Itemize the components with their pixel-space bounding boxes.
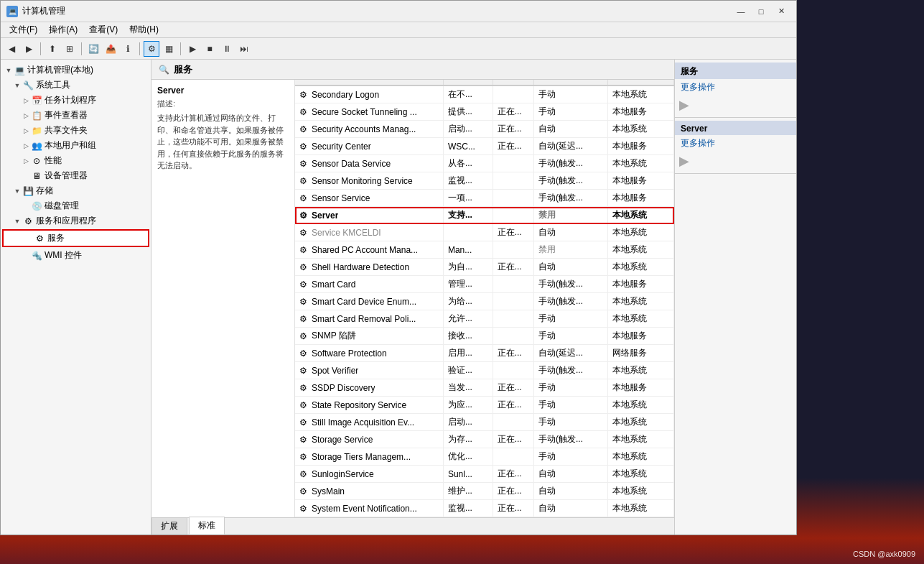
toolbar-restart[interactable]: ⏭ xyxy=(236,41,252,57)
table-row[interactable]: ⚙Server支持...禁用本地系统 xyxy=(295,207,674,224)
service-name-cell: ⚙State Repository Service xyxy=(295,397,443,414)
service-status-cell: 正在... xyxy=(493,259,533,276)
service-gear-icon: ⚙ xyxy=(299,90,309,100)
toolbar-console[interactable]: ▦ xyxy=(161,41,177,57)
table-row[interactable]: ⚙Secondary Logon在不...手动本地系统 xyxy=(295,85,674,103)
table-row[interactable]: ⚙System Event Notification...监视...正在...自… xyxy=(295,500,674,517)
table-row[interactable]: ⚙SSDP Discovery当发...正在...手动本地服务 xyxy=(295,379,674,397)
toolbar-export[interactable]: 📤 xyxy=(103,41,118,57)
sidebar-root-label: 计算机管理(本地) xyxy=(27,64,93,76)
table-row[interactable]: ⚙Smart Card Removal Poli...允许...手动本地系统 xyxy=(295,310,674,328)
menu-help[interactable]: 帮助(H) xyxy=(123,22,164,37)
service-desc-cell: Sunl... xyxy=(443,466,493,483)
table-row[interactable]: ⚙Security Accounts Manag...启动...正在...自动本… xyxy=(295,121,674,138)
service-desc-cell: 当发... xyxy=(443,379,493,397)
table-row[interactable]: ⚙Storage Service为存...正在...手动(触发...本地系统 xyxy=(295,431,674,448)
service-gear-icon: ⚙ xyxy=(299,348,309,359)
menu-file[interactable]: 文件(F) xyxy=(4,22,43,37)
col-desc[interactable]: 描述 xyxy=(443,80,493,85)
table-row[interactable]: ⚙SunloginServiceSunl...正在...自动本地系统 xyxy=(295,466,674,483)
sidebar-local-users[interactable]: ▷ 👥 本地用户和组 xyxy=(1,138,151,153)
col-startup[interactable]: 启动类型 xyxy=(534,80,608,85)
service-gear-icon: ⚙ xyxy=(299,383,309,393)
table-row[interactable]: ⚙Sensor Service一项...手动(触发...本地服务 xyxy=(295,190,674,207)
sidebar-task-scheduler[interactable]: ▷ 📅 任务计划程序 xyxy=(1,93,151,108)
service-name-text: SunloginService xyxy=(312,469,374,479)
table-row[interactable]: ⚙Spot Verifier验证...手动(触发...本地系统 xyxy=(295,362,674,379)
close-button[interactable]: ✕ xyxy=(772,4,790,19)
service-desc-cell: WSC... xyxy=(443,138,493,155)
toolbar-stop[interactable]: ■ xyxy=(202,41,218,57)
toolbar-back[interactable]: ◀ xyxy=(4,41,19,57)
service-desc-cell: 启动... xyxy=(443,121,493,138)
table-row[interactable]: ⚙Shared PC Account Mana...Man...禁用本地系统 xyxy=(295,241,674,259)
main-content: ▼ 💻 计算机管理(本地) ▼ 🔧 系统工具 ▷ 📅 任务计划程序 ▷ 📋 事件… xyxy=(1,60,796,535)
menu-view[interactable]: 查看(V) xyxy=(83,22,123,37)
toolbar-pause[interactable]: ⏸ xyxy=(219,41,235,57)
sidebar-disk-management[interactable]: 💿 磁盘管理 xyxy=(1,198,151,213)
sidebar-root[interactable]: ▼ 💻 计算机管理(本地) xyxy=(1,63,151,78)
maximize-button[interactable]: □ xyxy=(752,4,770,19)
toolbar-refresh[interactable]: 🔄 xyxy=(85,41,101,57)
service-desc-cell: 在不... xyxy=(443,85,493,103)
table-row[interactable]: ⚙Service KMCELDI正在...自动本地系统 xyxy=(295,224,674,241)
toolbar-btn2[interactable]: ⊞ xyxy=(62,41,78,57)
table-row[interactable]: ⚙Security CenterWSC...正在...自动(延迟...本地服务 xyxy=(295,138,674,155)
users-icon: 👥 xyxy=(31,140,42,152)
table-row[interactable]: ⚙Shell Hardware Detection为自...正在...自动本地系… xyxy=(295,259,674,276)
tab-extended[interactable]: 扩展 xyxy=(151,517,187,535)
action-more-services[interactable]: 更多操作 xyxy=(675,79,796,96)
minimize-button[interactable]: — xyxy=(732,4,750,19)
sidebar-device-manager[interactable]: 🖥 设备管理器 xyxy=(1,168,151,183)
table-row[interactable]: ⚙Sensor Monitoring Service监视...手动(触发...本… xyxy=(295,172,674,190)
service-gear-icon: ⚙ xyxy=(299,107,309,117)
sidebar-systools-label: 系统工具 xyxy=(36,79,70,91)
table-row[interactable]: ⚙Secure Socket Tunneling ...提供...正在...手动… xyxy=(295,103,674,121)
sidebar-shared-label: 共享文件夹 xyxy=(45,124,88,137)
svc-expand xyxy=(24,234,34,244)
menu-action[interactable]: 操作(A) xyxy=(43,22,83,37)
window-title: 计算机管理 xyxy=(22,5,732,17)
service-login-cell: 本地服务 xyxy=(608,190,674,207)
service-startup-cell: 自动 xyxy=(534,500,608,517)
service-gear-icon: ⚙ xyxy=(299,400,309,410)
sidebar-services[interactable]: ⚙ 服务 xyxy=(2,229,149,247)
sidebar-system-tools[interactable]: ▼ 🔧 系统工具 xyxy=(1,78,151,93)
col-status[interactable]: 状态 xyxy=(493,80,533,85)
service-name-cell: ⚙System Event Notification... xyxy=(295,500,443,517)
sidebar-services-apps[interactable]: ▼ ⚙ 服务和应用程序 xyxy=(1,213,151,228)
col-name[interactable]: 名称 xyxy=(295,80,443,85)
toolbar-info[interactable]: ℹ xyxy=(120,41,136,57)
table-row[interactable]: ⚙Smart Card Device Enum...为给...手动(触发...本… xyxy=(295,293,674,310)
table-row[interactable]: ⚙State Repository Service为应...正在...手动本地系… xyxy=(295,397,674,414)
sidebar-wmi[interactable]: 🔩 WMI 控件 xyxy=(1,248,151,263)
table-row[interactable]: ⚙SysMain维护...正在...自动本地系统 xyxy=(295,483,674,500)
sidebar-performance[interactable]: ▷ ⊙ 性能 xyxy=(1,153,151,168)
table-row[interactable]: ⚙Still Image Acquisition Ev...启动...手动本地系… xyxy=(295,414,674,431)
service-name-text: Spot Verifier xyxy=(312,366,358,376)
table-row[interactable]: ⚙Software Protection启用...正在...自动(延迟...网络… xyxy=(295,345,674,362)
sidebar-storage[interactable]: ▼ 💾 存储 xyxy=(1,183,151,198)
toolbar-up[interactable]: ⬆ xyxy=(45,41,60,57)
service-login-cell: 本地系统 xyxy=(608,293,674,310)
sidebar-svcapp-label: 服务和应用程序 xyxy=(36,215,96,227)
sidebar-shared-folders[interactable]: ▷ 📁 共享文件夹 xyxy=(1,123,151,138)
toolbar-services[interactable]: ⚙ xyxy=(144,41,159,57)
tab-standard[interactable]: 标准 xyxy=(189,517,225,535)
service-startup-cell: 手动 xyxy=(534,85,608,103)
sidebar-event-viewer[interactable]: ▷ 📋 事件查看器 xyxy=(1,108,151,123)
table-header-row: 名称 描述 状态 启动类型 登录为 xyxy=(295,80,674,85)
col-login[interactable]: 登录为 xyxy=(608,80,674,85)
service-status-cell: 正在... xyxy=(493,379,533,397)
table-row[interactable]: ⚙Storage Tiers Managem...优化...手动本地系统 xyxy=(295,448,674,466)
table-row[interactable]: ⚙Sensor Data Service从各...手动(触发...本地系统 xyxy=(295,155,674,172)
toolbar-play[interactable]: ▶ xyxy=(185,41,200,57)
action-more-server[interactable]: 更多操作 xyxy=(675,135,796,152)
service-name-cell: ⚙SysMain xyxy=(295,483,443,500)
table-row[interactable]: ⚙Smart Card管理...手动(触发...本地服务 xyxy=(295,276,674,293)
service-login-cell: 本地系统 xyxy=(608,431,674,448)
services-table: 名称 描述 状态 启动类型 登录为 ⚙Secondary Logon在不...手… xyxy=(295,80,674,517)
table-row[interactable]: ⚙SNMP 陷阱接收...手动本地服务 xyxy=(295,328,674,345)
toolbar-forward[interactable]: ▶ xyxy=(21,41,37,57)
service-login-cell: 本地系统 xyxy=(608,448,674,466)
